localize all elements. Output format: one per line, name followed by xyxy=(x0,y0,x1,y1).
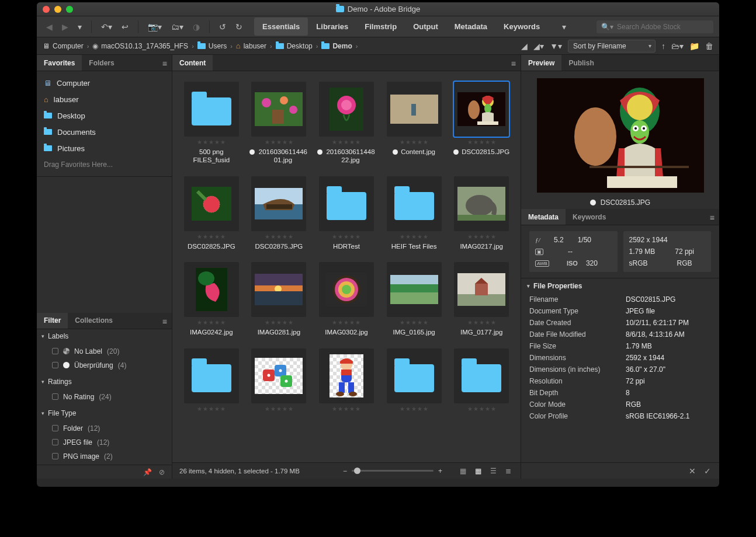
close-window-button[interactable] xyxy=(43,6,50,13)
view-thumbnails-icon[interactable]: ▦ xyxy=(473,467,483,475)
refine-button[interactable]: 🗂▾ xyxy=(168,20,187,34)
view-list-icon[interactable]: ≣ xyxy=(503,467,514,475)
checkbox[interactable] xyxy=(52,362,58,368)
panel-menu-icon[interactable]: ≡ xyxy=(710,213,715,222)
search-stock-field[interactable]: 🔍▾ xyxy=(597,20,713,33)
rating-stars[interactable]: ★★★★★ xyxy=(467,406,496,412)
rotate-ccw-button[interactable]: ↺ xyxy=(216,20,230,34)
filter-row[interactable]: JPEG file (12) xyxy=(37,435,172,449)
rating-stars[interactable]: ★★★★★ xyxy=(265,319,293,326)
rating-stars[interactable]: ★★★★★ xyxy=(467,139,496,145)
forward-button[interactable]: ▶ xyxy=(58,20,72,34)
sort-direction-button[interactable]: ↑ xyxy=(661,41,665,51)
breadcrumb-item[interactable]: ⌂labuser xyxy=(236,41,266,50)
rating-stars[interactable]: ★★★★★ xyxy=(265,139,293,145)
rotate-cw-button[interactable]: ↻ xyxy=(232,20,246,34)
image-item[interactable]: ★★★★★ xyxy=(249,348,309,412)
preview-image[interactable] xyxy=(537,78,704,193)
favorite-item[interactable]: 🖥Computer xyxy=(37,75,172,91)
rating-stars[interactable]: ★★★★★ xyxy=(467,319,496,326)
workspace-tab-essentials[interactable]: Essentials xyxy=(254,18,308,36)
image-item[interactable]: ★★★★★DSC02825.JPG xyxy=(182,176,241,250)
rating-stars[interactable]: ★★★★★ xyxy=(265,406,293,412)
rating-stars[interactable]: ★★★★★ xyxy=(400,139,428,145)
folder-item[interactable]: ★★★★★HEIF Test Files xyxy=(384,176,444,250)
image-item[interactable]: ★★★★★IMAG0217.jpg xyxy=(452,176,511,250)
rating-stars[interactable]: ★★★★★ xyxy=(197,319,226,326)
reveal-button[interactable]: ↩ xyxy=(118,20,132,34)
image-item[interactable]: ★★★★★IMAG0281.jpg xyxy=(249,262,309,336)
image-item[interactable]: ★★★★★IMG_0165.jpg xyxy=(384,262,444,336)
image-item[interactable]: ★★★★★Content.jpg xyxy=(384,82,444,165)
rating-stars[interactable]: ★★★★★ xyxy=(332,233,360,240)
checkbox[interactable] xyxy=(52,439,58,445)
tab-favorites[interactable]: Favorites xyxy=(37,55,82,71)
open-camera-raw-button[interactable]: ◑ xyxy=(189,20,203,34)
ratings-filter-icon[interactable]: ◢ xyxy=(521,41,528,51)
panel-menu-icon[interactable]: ≡ xyxy=(162,59,167,68)
image-item[interactable]: ★★★★★DSC02875.JPG xyxy=(249,176,309,250)
rating-stars[interactable]: ★★★★★ xyxy=(400,319,428,326)
checkbox[interactable] xyxy=(52,393,58,400)
folder-item[interactable]: ★★★★★ xyxy=(384,348,444,412)
open-recent-button[interactable]: 🗁▾ xyxy=(671,41,684,51)
back-button[interactable]: ◀ xyxy=(43,20,56,34)
breadcrumb-item[interactable]: Desktop xyxy=(276,42,313,50)
rating-stars[interactable]: ★★★★★ xyxy=(265,233,293,240)
workspace-tab-libraries[interactable]: Libraries xyxy=(308,18,356,36)
tab-publish[interactable]: Publish xyxy=(561,55,601,71)
clear-filter-icon[interactable]: ⊘ xyxy=(159,468,165,476)
favorite-item[interactable]: Desktop xyxy=(37,107,172,124)
cancel-icon[interactable]: ✕ xyxy=(689,466,696,476)
rating-stars[interactable]: ★★★★★ xyxy=(332,319,360,326)
zoom-slider[interactable] xyxy=(352,470,434,472)
favorite-item[interactable]: ⌂labuser xyxy=(37,91,172,107)
workspace-tab-filmstrip[interactable]: Filmstrip xyxy=(356,18,405,36)
tab-collections[interactable]: Collections xyxy=(68,313,120,329)
boomerang-button[interactable]: ↶▾ xyxy=(98,20,116,34)
workspace-more-button[interactable]: ▾ xyxy=(559,20,570,34)
favorite-item[interactable]: Documents xyxy=(37,124,172,140)
rating-stars[interactable]: ★★★★★ xyxy=(197,139,226,145)
new-folder-button[interactable]: 📁 xyxy=(689,41,699,51)
filter-row[interactable]: Überprüfung (4) xyxy=(37,358,172,372)
filter-row[interactable]: No Rating (24) xyxy=(37,390,172,404)
workspace-tab-keywords[interactable]: Keywords xyxy=(495,18,548,36)
content-grid-scroll[interactable]: ★★★★★500 png FILES_fusid★★★★★20160306114… xyxy=(172,71,521,462)
filter-row[interactable]: Folder (12) xyxy=(37,421,172,435)
rating-stars[interactable]: ★★★★★ xyxy=(197,406,226,412)
breadcrumb-item[interactable]: Users xyxy=(197,42,227,50)
metadata-scroll[interactable]: ▾ File Properties FilenameDSC02815.JPGDo… xyxy=(521,278,719,462)
panel-menu-icon[interactable]: ≡ xyxy=(162,317,167,326)
breadcrumb-item[interactable]: 🖥Computer xyxy=(43,42,84,50)
ratings-filter-menu[interactable]: ◢▾ xyxy=(533,41,544,51)
workspace-tab-metadata[interactable]: Metadata xyxy=(446,18,495,36)
tab-keywords[interactable]: Keywords xyxy=(566,209,613,225)
image-item[interactable]: ★★★★★IMG_0177.jpg xyxy=(452,262,511,336)
search-stock-input[interactable] xyxy=(617,23,709,31)
zoom-out-button[interactable]: − xyxy=(343,467,347,475)
get-photos-button[interactable]: 📷▾ xyxy=(144,20,165,34)
rating-stars[interactable]: ★★★★★ xyxy=(332,139,360,145)
sort-dropdown[interactable]: Sort by Filename xyxy=(568,40,656,53)
filter-funnel-button[interactable]: ▼▾ xyxy=(550,41,562,51)
filter-section-header[interactable]: ▾Ratings xyxy=(37,375,172,389)
checkbox[interactable] xyxy=(52,348,58,354)
breadcrumb-item[interactable]: Demo xyxy=(321,42,352,50)
workspace-tab-output[interactable]: Output xyxy=(405,18,446,36)
rating-stars[interactable]: ★★★★★ xyxy=(197,233,226,240)
tab-metadata[interactable]: Metadata xyxy=(521,209,566,225)
minimize-window-button[interactable] xyxy=(54,6,61,13)
rating-stars[interactable]: ★★★★★ xyxy=(400,406,428,412)
zoom-in-button[interactable]: + xyxy=(438,467,442,475)
apply-icon[interactable]: ✓ xyxy=(704,466,711,476)
folder-item[interactable]: ★★★★★ xyxy=(182,348,241,412)
filter-row[interactable]: No Label (20) xyxy=(37,344,172,358)
file-properties-header[interactable]: ▾ File Properties xyxy=(521,278,719,294)
recent-menu[interactable]: ▾ xyxy=(74,20,85,34)
folder-item[interactable]: ★★★★★HDRTest xyxy=(317,176,376,250)
image-item[interactable]: ★★★★★IMAG0242.jpg xyxy=(182,262,241,336)
filter-row[interactable]: PNG image (2) xyxy=(37,449,172,463)
image-item[interactable]: ★★★★★IMAG0302.jpg xyxy=(317,262,376,336)
image-item[interactable]: ★★★★★201603061144601.jpg xyxy=(249,82,309,165)
